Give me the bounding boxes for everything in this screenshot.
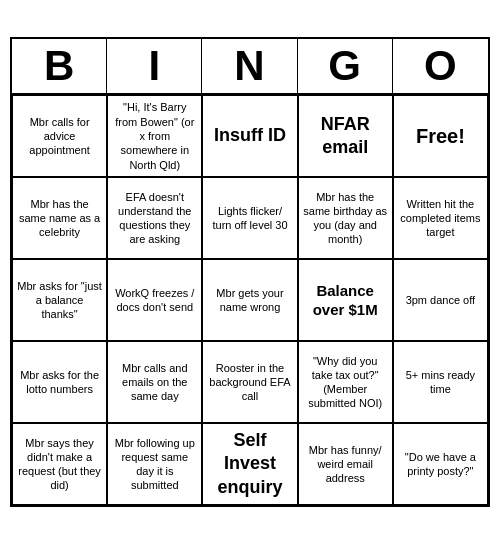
bingo-cell: 5+ mins ready time [393,341,488,423]
bingo-cell: Mbr asks for "just a balance thanks" [12,259,107,341]
bingo-cell: Self Invest enquiry [202,423,297,505]
bingo-cell: Mbr gets your name wrong [202,259,297,341]
bingo-cell: Mbr says they didn't make a request (but… [12,423,107,505]
header-letter: B [12,39,107,93]
header-letter: O [393,39,488,93]
bingo-cell: Mbr has the same name as a celebrity [12,177,107,259]
bingo-grid: Mbr calls for advice appointment"Hi, It'… [12,95,488,505]
bingo-cell: "Why did you take tax out?" (Member subm… [298,341,393,423]
bingo-header: BINGO [12,39,488,95]
bingo-cell: Rooster in the background EFA call [202,341,297,423]
bingo-cell: "Do we have a printy posty?" [393,423,488,505]
bingo-cell: EFA doesn't understand the questions the… [107,177,202,259]
bingo-cell: Mbr has the same birthday as you (day an… [298,177,393,259]
header-letter: G [298,39,393,93]
bingo-cell: Mbr calls and emails on the same day [107,341,202,423]
bingo-cell: "Hi, It's Barry from Bowen" (or x from s… [107,95,202,177]
bingo-cell: Written hit the completed items target [393,177,488,259]
bingo-cell: 3pm dance off [393,259,488,341]
bingo-cell: Free! [393,95,488,177]
bingo-card: BINGO Mbr calls for advice appointment"H… [10,37,490,507]
bingo-cell: NFAR email [298,95,393,177]
header-letter: I [107,39,202,93]
bingo-cell: Mbr following up request same day it is … [107,423,202,505]
bingo-cell: Mbr asks for the lotto numbers [12,341,107,423]
bingo-cell: Insuff ID [202,95,297,177]
bingo-cell: Balance over $1M [298,259,393,341]
bingo-cell: Mbr calls for advice appointment [12,95,107,177]
header-letter: N [202,39,297,93]
bingo-cell: WorkQ freezes / docs don't send [107,259,202,341]
bingo-cell: Mbr has funny/ weird email address [298,423,393,505]
bingo-cell: Lights flicker/ turn off level 30 [202,177,297,259]
